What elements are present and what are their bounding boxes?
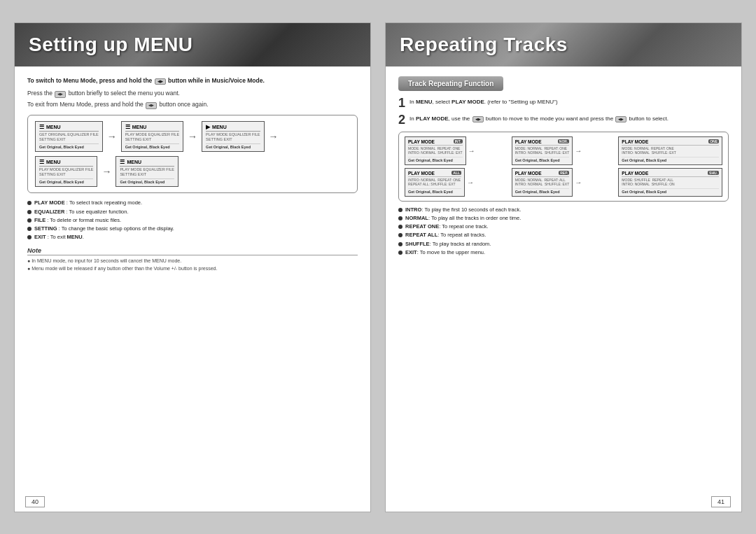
bullet-text-2: EQUALIZER : To use equalizer function. <box>34 208 129 216</box>
mode-box-nor: PLAY MODE NOR. MODE: NORMAL REPEAT: ONEI… <box>512 136 573 165</box>
menu-row-1: ☰ MENU GET ORIGINAL EQUALIZER FILESETTIN… <box>35 121 350 152</box>
bullet-dot-3 <box>27 218 31 223</box>
mode-box-one: PLAY MODE ONE MODE: NORMAL REPEAT: ONEIN… <box>618 136 722 165</box>
mode-box-nor-title: PLAY MODE <box>515 139 542 144</box>
btn-icon-press: ◀▶ <box>55 91 66 98</box>
right-bullet-shuffle: SHUFFLE: To play tracks at random. <box>398 240 729 248</box>
right-text-2: NORMAL: To play all the tracks in order … <box>405 214 521 222</box>
left-bullet-list: PLAY MODE : To select track repeating mo… <box>27 199 358 241</box>
menu-box-4-content: PLAY MODE EQUALIZER FILESETTING EXIT <box>39 167 93 177</box>
bullet-setting: SETTING : To change the basic setup opti… <box>27 225 358 232</box>
menu-box-5: ☰ MENU PLAY MODE EQUALIZER FILESETTING E… <box>115 156 178 187</box>
right-bullet-normal: NORMAL: To play all the tracks in order … <box>398 214 729 222</box>
mode-box-all-footer: Get Original, Black Eyed <box>408 188 461 194</box>
left-page-content: To switch to Menu Mode, press and hold t… <box>15 66 370 281</box>
menu-box-2-content: PLAY MODE EQUALIZER FILESETTING EXIT <box>125 132 179 142</box>
arrow-1: → <box>107 131 117 142</box>
menu-box-2: ☰ MENU PLAY MODE EQUALIZER FILESETTING E… <box>121 121 183 152</box>
mode-badge-int: INT. <box>454 139 463 143</box>
menu-box-4-footer: Get Original, Black Eyed <box>39 178 93 184</box>
mode-box-one-footer: Get Original, Black Eyed <box>622 157 719 162</box>
menu-icon-4: ☰ <box>39 159 44 165</box>
right-page-header: Repeating Tracks <box>386 23 741 66</box>
mode-badge-all: ALL <box>451 171 461 175</box>
bullet-dot-5 <box>27 235 31 239</box>
mode-box-shu-title: PLAY MODE <box>622 171 648 176</box>
mode-box-shu-content: MODE: SHUFFLE REPEAT: ALLINTRO: NORMAL S… <box>622 178 719 187</box>
intro-para1: Press the ◀▶ button briefly to select th… <box>27 89 358 98</box>
bullet-exit: EXIT : To exit MENU. <box>27 233 358 241</box>
menu-diagram: ☰ MENU GET ORIGINAL EQUALIZER FILESETTIN… <box>27 115 358 194</box>
menu-row-2: ☰ MENU PLAY MODE EQUALIZER FILESETTING E… <box>35 156 350 187</box>
arrow-int: → <box>468 147 475 155</box>
right-text-4: REPEAT ALL: To repeat all tracks. <box>405 231 486 239</box>
right-page-number: 41 <box>711 496 731 507</box>
left-page-number: 40 <box>25 496 45 507</box>
bullet-dot-4 <box>27 227 31 231</box>
right-bullet-repeat-one: REPEAT ONE: To repeat one track. <box>398 223 729 230</box>
mode-box-int-title: PLAY MODE <box>408 139 435 144</box>
bullet-file: FILE : To delete or format music files. <box>27 216 358 224</box>
left-page: Setting up MENU To switch to Menu Mode, … <box>14 22 371 512</box>
arrow-nor: → <box>575 147 582 155</box>
left-page-header: Setting up MENU <box>15 23 370 66</box>
note-item-2: ● Menu mode will be released if any butt… <box>27 265 358 273</box>
btn-icon-exit: ◀▶ <box>146 102 157 109</box>
mode-cell-5-wrap: PLAY MODE REP. MODE: NORMAL REPEAT: ALLI… <box>512 168 616 197</box>
mode-badge-one: ONE <box>708 139 719 143</box>
menu-box-3-footer: Get Original, Black Eyed <box>206 143 260 149</box>
bullet-text-1: PLAY MODE : To select track repeating mo… <box>34 199 142 206</box>
step-2-text: In PLAY MODE, use the ◀▶ button to move … <box>410 115 668 123</box>
note-title: Note <box>27 247 358 255</box>
mode-box-rep-content: MODE: NORMAL REPEAT: ALLINTRO: NORMAL SH… <box>515 178 570 187</box>
mode-grid: PLAY MODE INT. MODE: NORMAL REPEAT: ONEI… <box>405 136 722 197</box>
mode-box-rep-title: PLAY MODE <box>515 171 542 176</box>
note-box: Note ● In MENU mode, no input for 10 sec… <box>27 247 358 273</box>
mode-badge-rep: REP. <box>559 171 569 175</box>
mode-box-one-content: MODE: NORMAL REPEAT: ONEINTRO: NORMAL SH… <box>622 146 719 155</box>
mode-box-int: PLAY MODE INT. MODE: NORMAL REPEAT: ONEI… <box>405 136 466 165</box>
mode-diagram: PLAY MODE INT. MODE: NORMAL REPEAT: ONEI… <box>398 132 729 202</box>
bullet-play-mode: PLAY MODE : To select track repeating mo… <box>27 199 358 206</box>
menu-box-5-content: PLAY MODE EQUALIZER FILESETTING EXIT <box>120 167 174 177</box>
right-dot-6 <box>398 251 402 255</box>
mode-cell-3-wrap: PLAY MODE ONE MODE: NORMAL REPEAT: ONEIN… <box>618 136 722 165</box>
step-2-number: 2 <box>398 113 405 126</box>
btn-icon-select: ◀▶ <box>615 116 626 123</box>
arrow-2: → <box>188 131 197 142</box>
menu-icon-3: ▶ <box>206 124 210 130</box>
right-text-1: INTRO: To play the first 10 seconds of e… <box>405 206 521 213</box>
page-container: Setting up MENU To switch to Menu Mode, … <box>0 0 756 534</box>
right-text-3: REPEAT ONE: To repeat one track. <box>405 223 489 230</box>
menu-icon-5: ☰ <box>120 159 125 165</box>
menu-icon-2: ☰ <box>125 124 130 130</box>
step-1-number: 1 <box>398 97 405 109</box>
intro-para2: To exit from Menu Mode, press and hold t… <box>27 100 358 109</box>
mode-box-all: PLAY MODE ALL INTRO: NORMAL REPEAT: ONER… <box>405 168 465 197</box>
right-bullet-list: INTRO: To play the first 10 seconds of e… <box>398 206 729 257</box>
arrow-rep: → <box>575 178 582 186</box>
left-page-title: Setting up MENU <box>15 34 193 56</box>
mode-box-nor-content: MODE: NORMAL REPEAT: ONEINTRO: NORMAL SH… <box>515 146 570 155</box>
menu-box-1-content: GET ORIGINAL EQUALIZER FILESETTING EXIT <box>39 132 99 142</box>
btn-icon-switch: ◀▶ <box>155 78 166 85</box>
right-dot-2 <box>398 216 402 220</box>
mode-box-all-content: INTRO: NORMAL REPEAT: ONEREPEAT ALL: SHU… <box>408 178 461 187</box>
right-dot-4 <box>398 233 402 237</box>
mode-box-all-title: PLAY MODE <box>408 171 435 176</box>
menu-box-5-footer: Get Original, Black Eyed <box>120 178 174 184</box>
mode-box-nor-footer: Get Original, Black Eyed <box>515 157 570 162</box>
bullet-equalizer: EQUALIZER : To use equalizer function. <box>27 208 358 216</box>
mode-box-shu-footer: Get Original, Black Eyed <box>622 188 719 194</box>
mode-box-int-content: MODE: NORMAL REPEAT: ONEINTRO: NORMAL SH… <box>408 146 463 155</box>
mode-cell-1-wrap: PLAY MODE INT. MODE: NORMAL REPEAT: ONEI… <box>405 136 509 165</box>
mode-cell-4-wrap: PLAY MODE ALL INTRO: NORMAL REPEAT: ONER… <box>405 168 509 197</box>
step-2-block: 2 In PLAY MODE, use the ◀▶ button to mov… <box>398 115 729 126</box>
bullet-dot-2 <box>27 210 31 214</box>
right-text-6: EXIT: To move to the upper menu. <box>405 248 485 256</box>
mode-badge-shu: SHU. <box>708 171 719 175</box>
mode-box-rep-footer: Get Original, Black Eyed <box>515 188 570 194</box>
note-item-1: ● In MENU mode, no input for 10 seconds … <box>27 258 358 265</box>
two-page-spread: Setting up MENU To switch to Menu Mode, … <box>14 22 742 512</box>
right-bullet-intro: INTRO: To play the first 10 seconds of e… <box>398 206 729 213</box>
